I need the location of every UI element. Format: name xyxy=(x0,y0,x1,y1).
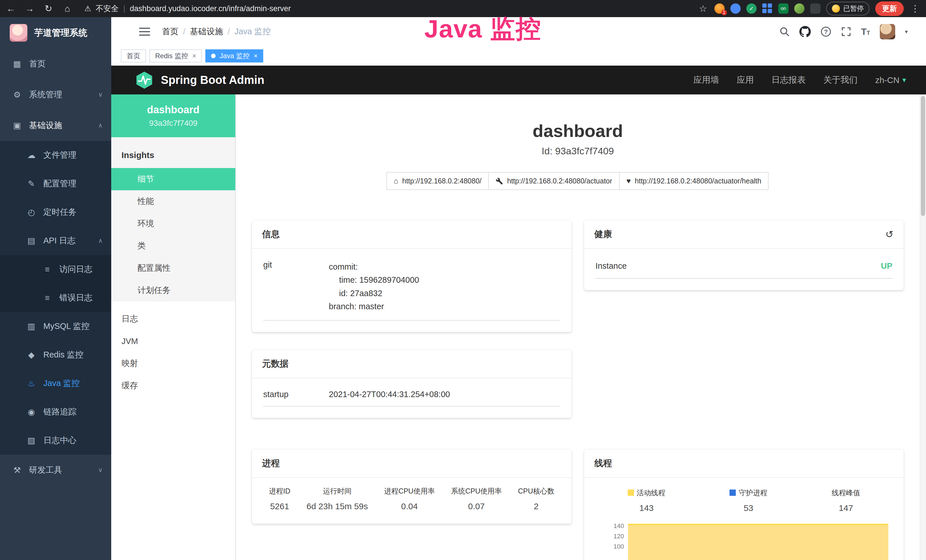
sba-item-caches[interactable]: 缓存 xyxy=(111,375,235,397)
breadcrumb-infra[interactable]: 基础设施 xyxy=(190,26,223,37)
sba-brand[interactable]: Spring Boot Admin xyxy=(135,71,264,89)
sidebar-item-error-logs[interactable]: ≡ 错误日志 xyxy=(0,283,111,312)
logo-avatar-icon xyxy=(10,24,27,42)
process-stat-proc-cpu: 进程CPU使用率 0.04 xyxy=(384,486,435,511)
tab-java-monitor[interactable]: Java 监控 × xyxy=(205,49,263,62)
sidebar-item-log-center[interactable]: ▨ 日志中心 xyxy=(0,426,111,455)
service-url-link[interactable]: ⌂ http://192.168.0.2:48080/ xyxy=(386,172,489,190)
browser-menu-icon[interactable]: ⋮ xyxy=(909,3,921,14)
infra-submenu: ☁ 文件管理 ✎ 配置管理 ◴ 定时任务 ▤ API 日志 ∧ ≡ 访问日志 ≡… xyxy=(0,141,111,455)
sidebar-item-label: Redis 监控 xyxy=(43,349,83,360)
instance-name: dashboard xyxy=(147,104,199,116)
security-label[interactable]: 不安全 xyxy=(95,3,119,14)
doc-icon: ≡ xyxy=(42,265,53,274)
extension-fox-icon[interactable]: 1 xyxy=(714,3,725,14)
scrollbar[interactable] xyxy=(920,94,926,560)
extension-on-icon[interactable]: on xyxy=(778,3,788,14)
sba-item-environment[interactable]: 环境 xyxy=(111,212,235,235)
back-icon[interactable]: ← xyxy=(5,3,17,14)
process-stat-cores: CPU核心数 2 xyxy=(518,486,554,511)
sba-item-classes[interactable]: 类 xyxy=(111,235,235,257)
sidebar-item-mysql-monitor[interactable]: ▥ MySQL 监控 xyxy=(0,312,111,341)
threads-card-title: 线程 xyxy=(584,449,904,478)
extension-check-icon[interactable]: ✓ xyxy=(746,3,757,14)
app-logo[interactable]: 芋道管理系统 xyxy=(0,17,111,48)
sba-header: Spring Boot Admin 应用墙 应用 日志报表 关于我们 zh-CN… xyxy=(111,66,926,94)
chevron-up-icon: ∧ xyxy=(98,122,103,129)
actuator-url-link[interactable]: http://192.168.0.2:48080/actuator xyxy=(488,172,619,190)
paused-badge[interactable]: 已暂停 xyxy=(826,2,870,15)
extension-drop-icon[interactable] xyxy=(730,3,741,14)
sidebar-item-system[interactable]: ⚙ 系统管理 ∨ xyxy=(0,79,111,110)
locale-label: zh-CN xyxy=(875,75,899,85)
active-dot-icon xyxy=(211,54,216,58)
process-stat-pid: 进程ID 5261 xyxy=(269,486,291,511)
breadcrumb-home[interactable]: 首页 xyxy=(162,26,179,37)
info-git-row: git commit: time: 1596289704000 id: 27aa… xyxy=(263,251,560,321)
history-icon[interactable]: ↺ xyxy=(885,229,894,240)
sidebar-item-infra[interactable]: ▣ 基础设施 ∧ xyxy=(0,110,111,141)
browser-home-icon[interactable]: ⌂ xyxy=(62,3,73,14)
sidebar-item-config-manage[interactable]: ✎ 配置管理 xyxy=(0,170,111,198)
metadata-key: startup xyxy=(263,390,329,399)
stat-header: CPU核心数 xyxy=(518,486,554,496)
github-icon[interactable] xyxy=(799,26,811,37)
locale-selector[interactable]: zh-CN ▾ xyxy=(875,75,906,85)
tab-home[interactable]: 首页 xyxy=(121,49,146,62)
sba-item-scheduled-tasks[interactable]: 计划任务 xyxy=(111,279,235,301)
chevron-up-icon: ∧ xyxy=(98,237,103,244)
legend-value: 147 xyxy=(832,503,860,513)
url-text[interactable]: dashboard.yudao.iocoder.cn/infra/admin-s… xyxy=(130,4,291,13)
sidebar-item-dev-tools[interactable]: ⚒ 研发工具 ∨ xyxy=(0,455,111,486)
tools-icon: ⚒ xyxy=(12,465,22,475)
sba-item-logs[interactable]: 日志 xyxy=(111,308,235,330)
instance-block[interactable]: dashboard 93a3fc7f7409 xyxy=(111,94,235,137)
sba-nav-about[interactable]: 关于我们 xyxy=(823,74,858,86)
help-icon[interactable]: ? xyxy=(820,26,831,37)
sidebar-item-access-logs[interactable]: ≡ 访问日志 xyxy=(0,255,111,283)
sba-nav-journal[interactable]: 日志报表 xyxy=(772,74,806,86)
sba-item-config-props[interactable]: 配置属性 xyxy=(111,257,235,279)
sidebar-item-tracing[interactable]: ◉ 链路追踪 xyxy=(0,398,111,426)
reload-icon[interactable]: ↻ xyxy=(43,3,54,14)
sidebar-item-scheduled-jobs[interactable]: ◴ 定时任务 xyxy=(0,198,111,227)
page-subtitle: Id: 93a3fc7f7409 xyxy=(236,145,920,157)
sba-item-details[interactable]: 细节 xyxy=(111,168,235,190)
extension-leaf-icon[interactable] xyxy=(794,3,805,14)
sidebar-item-file-manage[interactable]: ☁ 文件管理 xyxy=(0,141,111,170)
fullscreen-icon[interactable] xyxy=(841,27,851,37)
sba-item-metrics[interactable]: 性能 xyxy=(111,190,235,212)
health-url-link[interactable]: ♥ http://192.168.0.2:48080/actuator/heal… xyxy=(619,172,769,190)
process-card-title: 进程 xyxy=(252,449,572,478)
extension-puzzle-icon[interactable] xyxy=(810,3,820,14)
stat-header: 进程ID xyxy=(269,486,291,496)
sidebar-item-label: 系统管理 xyxy=(29,89,62,100)
address-bar[interactable]: ⚠ 不安全 | dashboard.yudao.iocoder.cn/infra… xyxy=(85,3,291,14)
sidebar-item-api-logs[interactable]: ▤ API 日志 ∧ xyxy=(0,227,111,255)
legend-value: 53 xyxy=(729,503,767,513)
close-icon[interactable]: × xyxy=(192,52,196,60)
chevron-down-icon: ▾ xyxy=(902,76,906,85)
extension-grid-icon[interactable] xyxy=(762,3,773,14)
forward-icon[interactable]: → xyxy=(24,3,35,14)
legend-label: 线程峰值 xyxy=(832,488,860,498)
browser-actions: ☆ 1 ✓ on 已暂停 更新 ⋮ xyxy=(697,2,921,16)
update-button[interactable]: 更新 xyxy=(875,2,904,16)
tab-redis-monitor[interactable]: Redis 监控 × xyxy=(150,49,202,62)
sidebar-item-java-monitor[interactable]: ♨ Java 监控 xyxy=(0,369,111,398)
sba-item-jvm[interactable]: JVM xyxy=(111,330,235,352)
close-icon[interactable]: × xyxy=(254,52,257,60)
hamburger-icon[interactable] xyxy=(139,27,150,36)
sidebar-item-home[interactable]: ▦ 首页 xyxy=(0,48,111,79)
sba-item-mappings[interactable]: 映射 xyxy=(111,352,235,375)
sidebar-item-redis-monitor[interactable]: ◆ Redis 监控 xyxy=(0,341,111,369)
breadcrumb-separator: / xyxy=(228,27,230,36)
wrench-icon xyxy=(496,177,503,185)
bookmark-star-icon[interactable]: ☆ xyxy=(697,3,709,14)
sba-nav-wallboard[interactable]: 应用墙 xyxy=(693,74,719,86)
sba-nav-applications[interactable]: 应用 xyxy=(737,74,754,86)
font-size-icon[interactable]: TT xyxy=(861,27,870,37)
scrollbar-thumb[interactable] xyxy=(921,96,925,216)
avatar[interactable] xyxy=(880,24,895,39)
search-icon[interactable] xyxy=(779,27,790,37)
